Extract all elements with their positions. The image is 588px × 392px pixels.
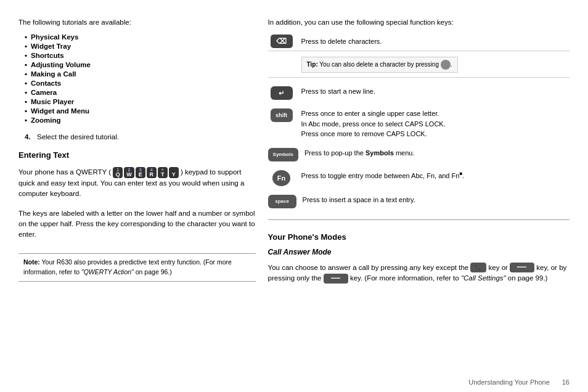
list-item: Widget Tray [25,43,256,50]
qwerty-para: Your phone has a QWERTY ( 1Q 2W 3E 4R +T… [18,167,256,200]
symbols-desc: Press to pop-up the Symbols menu. [304,148,570,158]
fn-key-icon-container: Fn [268,170,295,186]
special-keys-intro: In addition, you can use the following s… [268,18,570,26]
footer: Understanding Your Phone 16 [0,376,588,392]
key-W: 2W [124,167,134,178]
list-item: Shortcuts [25,52,256,59]
phone-modes-heading: Your Phone's Modes [268,232,570,242]
list-item: Contacts [25,80,256,87]
list-item: Widget and Menu [25,107,256,115]
space-icon: space [268,195,296,208]
qwerty-keys: 1Q 2W 3E 4R +T Y [113,167,179,178]
shift-desc: Press once to enter a single upper case … [301,108,570,139]
list-item: Camera [25,89,256,96]
left-column: The following tutorials are available: P… [18,18,256,370]
note-box: Note: Your R630 also provides a predicti… [18,253,256,282]
space-desc: Press to insert a space in a text entry. [303,195,570,205]
tutorial-intro: The following tutorials are available: [18,18,256,26]
list-item: Zooming [25,116,256,124]
backspace-icon: ⌫ [271,35,293,48]
key-Q: 1Q [113,167,123,178]
key-T: +T [158,167,168,178]
note-label: Note: [23,258,40,266]
step-4: 4. Select the desired tutorial. [25,133,256,141]
entering-text-heading: Entering Text [18,150,256,160]
tutorial-list: Physical Keys Widget Tray Shortcuts Adju… [25,33,256,126]
key-icon-3: ━━━ [324,274,348,284]
shift-icon: shift [271,108,293,122]
call-answer-heading: Call Answer Mode [268,248,570,256]
list-item: Physical Keys [25,33,256,41]
space-key-icon-container: space [268,195,296,208]
key-Y: Y [169,167,179,178]
fn-desc: Press to toggle entry mode between Abc, … [301,170,570,181]
symbols-key-row: Symbols Press to pop-up the Symbols menu… [268,148,570,161]
right-column: In addition, you can use the following s… [268,18,570,370]
list-item: Adjusting Volume [25,61,256,68]
shift-key-row: shift Press once to enter a single upper… [268,108,570,139]
backspace-key-icon-container: ⌫ [268,35,295,48]
note-text: Your R630 also provides a predictive tex… [23,258,232,276]
call-answer-text: You can choose to answer a call by press… [268,263,570,284]
space-key-row: space Press to insert a space in a text … [268,195,570,208]
key-E: 3E [136,167,145,178]
key-icon-1: 📞 [470,263,486,272]
symbols-key-icon-container: Symbols [268,148,298,161]
footer-section: Understanding Your Phone [468,378,550,386]
enter-key-icon-container: ↵ [268,86,295,100]
footer-page: 16 [562,378,570,386]
enter-key-row: ↵ Press to start a new line. [268,86,570,100]
shift-key-icon-container: shift [268,108,295,122]
symbols-icon: Symbols [268,148,298,161]
backspace-key-row: ⌫ Press to delete characters. Tip: You c… [268,35,570,80]
enter-icon: ↵ [271,86,293,100]
enter-desc: Press to start a new line. [301,86,570,97]
fn-key-row: Fn Press to toggle entry mode between Ab… [268,170,570,186]
key-R: 4R [147,167,157,178]
tip-box: Tip: You can also delete a character by … [301,57,458,73]
keys-description: The keys are labeled with a letter on th… [18,208,256,240]
list-item: Making a Call [25,70,256,78]
fn-icon: Fn [272,170,290,186]
list-item: Music Player [25,98,256,105]
backspace-desc: Press to delete characters. [301,36,570,47]
key-icon-2: ━━━ [510,263,534,272]
